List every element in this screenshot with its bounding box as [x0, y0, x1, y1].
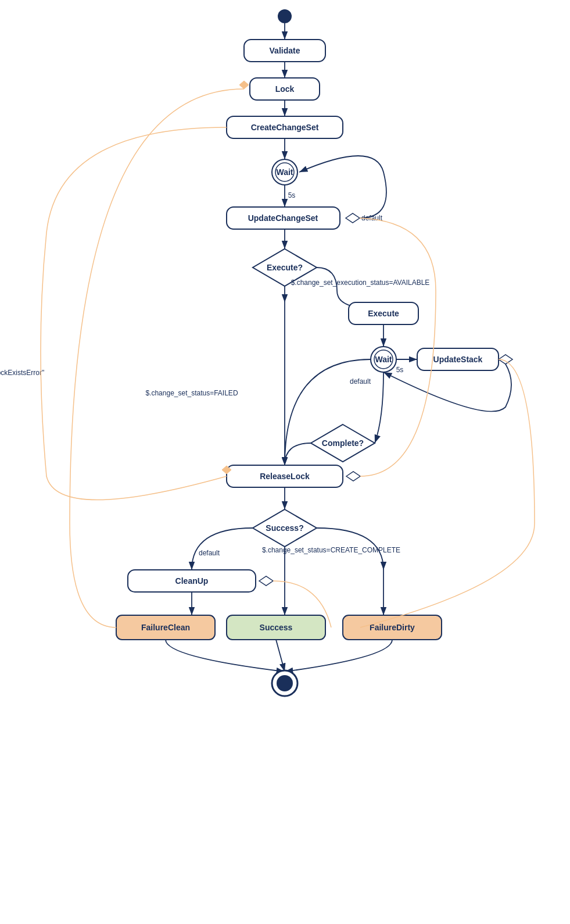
start-node — [278, 9, 292, 23]
end-inner-circle — [277, 675, 293, 691]
edge-wait1-label: 5s — [288, 191, 296, 199]
execute-label: Execute — [368, 309, 399, 318]
wait1-label: Wait — [276, 167, 293, 177]
edge-success-end — [276, 640, 285, 672]
orange-arc-release-update — [360, 218, 436, 476]
update-change-set-label: UpdateChangeSet — [248, 213, 318, 223]
edge-failuredirty-end — [285, 640, 392, 672]
orange-arrow-lock — [239, 81, 249, 89]
edge-change-set-failed-label: $.change_set_status=FAILED — [145, 389, 238, 397]
complete-decision-label: Complete? — [322, 438, 364, 448]
release-lock-label: ReleaseLock — [260, 472, 310, 481]
success-default-label: default — [199, 549, 220, 557]
success-label: Success — [260, 623, 293, 632]
state-machine-diagram: Validate Lock CreateChangeSet Wait 5s Up… — [0, 0, 570, 924]
update-stack-default-label: default — [350, 377, 371, 386]
lock-label: Lock — [275, 84, 295, 94]
failure-dirty-label: FailureDirty — [370, 623, 415, 632]
orange-arc-failureclean-lock — [70, 89, 244, 627]
cleanup-diamond — [259, 576, 273, 586]
validate-label: Validate — [270, 46, 300, 55]
edge-execute-available-label: $.change_set_execution_status=AVAILABLE — [291, 279, 430, 287]
release-lock-diamond — [346, 472, 360, 481]
orange-arc-left-1 — [41, 127, 227, 500]
lock-exists-error-label: "LockExistsError" — [0, 369, 44, 377]
cleanup-label: CleanUp — [175, 576, 209, 586]
create-change-set-label: CreateChangeSet — [251, 123, 319, 132]
edge-failureclean-end — [166, 640, 285, 672]
success-decision-label: Success? — [266, 523, 303, 533]
update-change-set-diamond — [346, 213, 360, 223]
diagram-container: Validate Lock CreateChangeSet Wait 5s Up… — [0, 0, 570, 924]
execute-decision-label: Execute? — [267, 263, 303, 272]
update-stack-label: UpdateStack — [433, 355, 483, 364]
edge-wait2-complete — [375, 372, 383, 443]
edge-success-create-complete-label: $.change_set_status=CREATE_COMPLETE — [262, 546, 400, 554]
edge-wait2-label: 5s — [396, 366, 404, 374]
failure-clean-label: FailureClean — [141, 623, 190, 632]
wait2-label: Wait — [375, 355, 392, 364]
edge-complete-release — [285, 443, 311, 465]
